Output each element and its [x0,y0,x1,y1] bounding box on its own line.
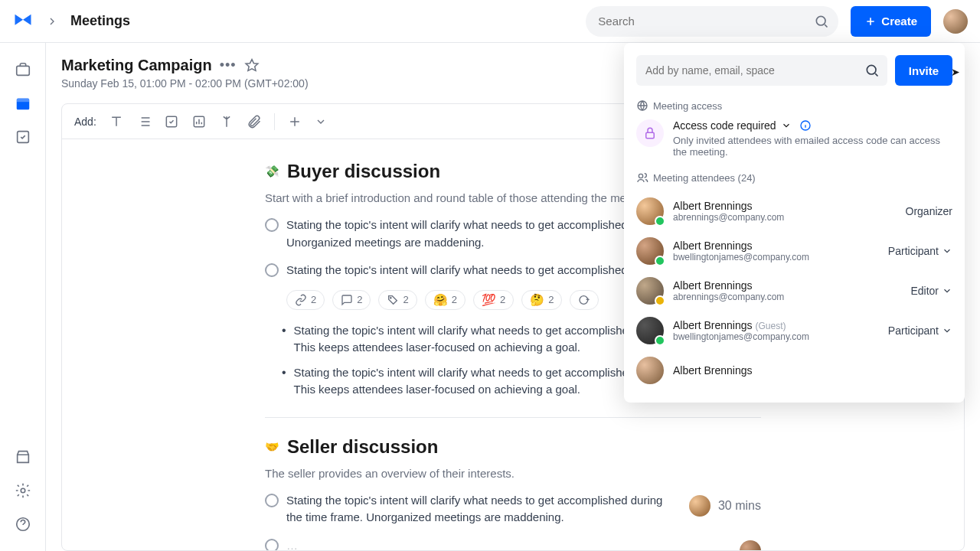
breadcrumb[interactable]: Meetings [70,13,130,29]
attendee-role-dropdown[interactable]: Editor [910,285,952,297]
attendee-email: abrennings@company.com [673,292,901,302]
status-badge [655,216,665,227]
task-checkbox[interactable] [265,218,279,232]
reaction-comment[interactable]: 2 [332,290,371,310]
page-title: Marketing Campaign [61,57,212,74]
search-icon[interactable] [864,63,880,78]
reaction-think[interactable]: 🤔2 [521,290,562,310]
branch-icon[interactable] [219,114,234,129]
invite-popover: ➤ Invite Meeting access Access code requ… [624,43,965,403]
status-badge [655,256,665,266]
svg-rect-1 [16,66,29,75]
chevron-right-icon [46,15,58,28]
attendee-email: bwellingtonjames@company.com [673,331,879,342]
more-icon[interactable]: ••• [220,57,237,73]
assignee-avatar[interactable] [689,495,710,517]
task-text[interactable]: … [286,537,298,551]
access-desc: Only invited attendees with emailed acce… [673,135,952,158]
attendee-avatar[interactable] [636,277,664,305]
search-icon[interactable] [814,14,829,29]
attendee-row: Albert Brennings abrennings@company.com … [636,271,952,311]
access-dropdown[interactable]: Access code required [673,119,952,132]
access-section-label: Meeting access [636,99,952,112]
attendee-row: Albert Brennings abrennings@company.com … [636,191,952,231]
attendee-avatar[interactable] [636,237,664,265]
status-badge [655,335,665,346]
attendee-avatar[interactable] [636,317,664,344]
star-icon[interactable] [244,58,260,73]
list-icon[interactable] [136,114,152,129]
user-avatar[interactable] [943,9,968,34]
attendee-email: abrennings@company.com [673,212,897,223]
section-desc: The seller provides an overview of their… [265,467,761,480]
handshake-emoji: 🤝 [265,440,279,454]
svg-point-0 [817,16,826,25]
search-input[interactable] [586,6,838,37]
status-badge [655,295,665,306]
lock-icon [636,119,664,147]
task-text[interactable]: Stating the topic's intent will clarify … [286,492,674,527]
attendee-row: Albert Brennings bwellingtonjames@compan… [636,231,952,271]
attendee-email: bwellingtonjames@company.com [673,252,879,262]
attendee-name: Albert Brennings [673,200,897,212]
svg-rect-3 [16,99,29,103]
attendee-name: Albert Brennings [673,240,879,252]
attendees-section-label: Meeting attendees (24) [636,171,952,184]
plus-icon[interactable] [287,114,302,129]
text-icon[interactable] [109,114,124,129]
reaction-add[interactable] [570,290,599,310]
store-icon[interactable] [15,448,31,465]
calendar-icon[interactable] [15,95,31,112]
create-label: Create [881,15,917,28]
assignee-avatar[interactable] [740,540,761,551]
svg-point-5 [21,488,25,493]
task-checkbox[interactable] [265,539,279,551]
task-checkbox[interactable] [265,263,279,277]
page-subtitle: Sunday Feb 15, 01:00 PM - 02:00 PM (GMT+… [61,77,309,90]
tasks-icon[interactable] [15,129,31,145]
attendee-name: Albert Brennings [673,364,943,377]
divider [265,417,761,418]
time-label: 30 mins [718,499,761,513]
invite-search-input[interactable] [636,55,887,86]
toolbar-add-label: Add: [74,116,96,128]
svg-point-19 [639,174,642,178]
sidebar [0,43,46,551]
section-title: Seller discussion [287,436,438,458]
reaction-hundred[interactable]: 💯2 [473,290,514,310]
attachment-icon[interactable] [247,114,262,129]
poll-icon[interactable] [191,114,207,129]
reaction-tag[interactable]: 2 [378,290,416,310]
svg-point-15 [867,65,876,74]
attendee-role-dropdown[interactable]: Participant [888,245,952,257]
create-button[interactable]: Create [851,6,931,37]
reaction-hug[interactable]: 🤗2 [425,290,466,310]
app-logo[interactable] [12,11,34,32]
info-icon[interactable] [799,119,812,132]
gear-icon[interactable] [15,482,31,499]
checkbox-icon[interactable] [164,114,179,129]
attendee-avatar[interactable] [636,197,664,225]
help-icon[interactable] [15,516,31,533]
attendee-name: Albert Brennings [673,279,901,292]
send-invite-button[interactable]: Invite [895,55,952,86]
attendee-avatar[interactable] [636,357,664,384]
attendee-role-dropdown: Organizer [906,205,952,217]
attendee-row: Albert Brennings(Guest) bwellingtonjames… [636,311,952,350]
section-title: Buyer discussion [287,161,440,182]
attendee-name: Albert Brennings(Guest) [673,319,879,331]
reaction-link[interactable]: 2 [286,290,325,310]
briefcase-icon[interactable] [15,61,31,78]
chevron-down-icon[interactable] [315,116,327,128]
money-emoji: 💸 [265,165,279,178]
task-checkbox[interactable] [265,494,279,507]
svg-rect-17 [646,132,655,139]
svg-point-13 [390,297,391,298]
attendee-role-dropdown[interactable]: Participant [888,324,952,337]
attendee-row: Albert Brennings [636,350,952,390]
